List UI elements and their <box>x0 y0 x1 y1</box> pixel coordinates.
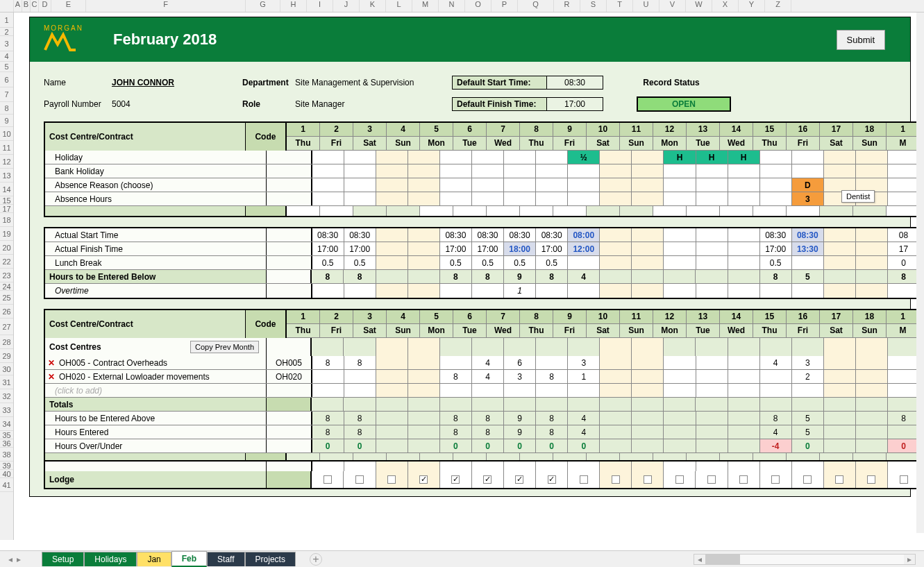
time-cell[interactable] <box>760 284 792 298</box>
lodge-checkbox[interactable] <box>483 475 492 484</box>
time-cell[interactable] <box>856 228 888 242</box>
time-cell[interactable] <box>536 284 568 298</box>
day-cell[interactable] <box>888 151 916 164</box>
time-cell[interactable] <box>856 242 888 255</box>
row-header[interactable]: 4 <box>0 51 13 62</box>
time-cell[interactable] <box>600 228 632 242</box>
scroll-right-icon[interactable]: ▸ <box>904 555 915 564</box>
day-cell[interactable] <box>553 206 587 216</box>
row-header[interactable]: 12 <box>0 155 13 169</box>
day-cell[interactable]: Sat <box>587 324 620 337</box>
day-cell[interactable] <box>536 164 568 178</box>
time-cell[interactable] <box>664 284 696 298</box>
day-cell[interactable] <box>376 192 408 205</box>
lodge-checkbox[interactable] <box>419 475 428 484</box>
row-header[interactable]: 14 <box>0 183 13 196</box>
day-cell[interactable] <box>760 151 792 164</box>
day-cell[interactable]: Tue <box>687 324 720 337</box>
time-cell[interactable] <box>728 284 760 298</box>
cost-cell[interactable] <box>696 356 728 369</box>
time-cell[interactable]: 08:30 <box>312 228 344 242</box>
day-cell[interactable] <box>600 151 632 164</box>
sheet-tab-holidays[interactable]: Holidays <box>84 552 137 566</box>
time-cell[interactable] <box>696 270 728 283</box>
col-header[interactable]: H <box>280 0 307 12</box>
day-cell[interactable]: Sat <box>587 137 620 150</box>
day-cell[interactable]: 1 <box>287 310 320 323</box>
day-cell[interactable]: 5 <box>420 123 453 136</box>
time-cell[interactable]: 12:00 <box>568 242 600 255</box>
sheet-tab-feb[interactable]: Feb <box>171 551 207 567</box>
day-cell[interactable] <box>888 164 916 178</box>
time-cell[interactable] <box>376 228 408 242</box>
row-header[interactable]: 17 <box>0 205 13 213</box>
lodge-checkbox[interactable] <box>451 475 460 484</box>
time-cell[interactable] <box>664 242 696 255</box>
day-cell[interactable] <box>376 178 408 192</box>
day-cell[interactable]: 3 <box>353 123 387 136</box>
day-cell[interactable]: Fri <box>787 324 820 337</box>
day-cell[interactable]: 4 <box>387 310 420 323</box>
day-cell[interactable]: 16 <box>787 310 820 323</box>
row-header[interactable]: 3 <box>0 36 13 51</box>
row-header[interactable]: 34 <box>0 417 13 431</box>
day-cell[interactable] <box>632 178 664 192</box>
day-cell[interactable] <box>696 178 728 192</box>
col-header[interactable]: V <box>660 0 686 12</box>
submit-button[interactable]: Submit <box>837 30 885 50</box>
day-cell[interactable]: 3 <box>792 192 824 205</box>
day-cell[interactable]: Fri <box>553 137 587 150</box>
day-cell[interactable]: 17 <box>820 310 853 323</box>
day-cell[interactable]: Wed <box>487 324 520 337</box>
lodge-checkbox-cell[interactable] <box>344 471 376 488</box>
time-cell[interactable] <box>632 256 664 269</box>
scroll-left-icon[interactable]: ◂ <box>694 555 705 564</box>
day-cell[interactable] <box>504 151 536 164</box>
day-cell[interactable]: Thu <box>520 324 553 337</box>
time-cell[interactable]: 0.5 <box>344 256 376 269</box>
col-header[interactable]: X <box>712 0 739 12</box>
time-cell[interactable] <box>376 256 408 269</box>
day-cell[interactable] <box>620 206 653 216</box>
day-cell[interactable]: Sun <box>387 137 420 150</box>
day-cell[interactable]: Fri <box>320 324 353 337</box>
day-cell[interactable]: 1 <box>887 123 916 136</box>
time-cell[interactable]: 0.5 <box>312 256 344 269</box>
copy-prev-month-button[interactable]: Copy Prev Month <box>190 341 259 353</box>
row-header[interactable]: 20 <box>0 241 13 255</box>
row-header[interactable]: 41 <box>0 478 13 492</box>
day-cell[interactable] <box>720 206 753 216</box>
cost-cell[interactable] <box>888 356 916 369</box>
delete-row-icon[interactable]: ✕ <box>48 372 55 382</box>
cost-cell[interactable] <box>696 370 728 383</box>
time-cell[interactable] <box>728 270 760 283</box>
col-header[interactable]: T <box>607 0 633 12</box>
cost-cell[interactable] <box>440 356 472 369</box>
scroll-thumb[interactable] <box>705 555 740 564</box>
day-cell[interactable]: 12 <box>653 310 687 323</box>
day-cell[interactable] <box>792 151 824 164</box>
col-header[interactable]: A <box>14 0 22 12</box>
day-cell[interactable] <box>408 192 440 205</box>
day-cell[interactable]: Tue <box>453 137 487 150</box>
day-cell[interactable] <box>587 206 620 216</box>
day-cell[interactable]: 2 <box>320 123 353 136</box>
row-header[interactable]: 11 <box>0 141 13 155</box>
row-header[interactable]: 2 <box>0 28 13 36</box>
day-cell[interactable] <box>472 164 504 178</box>
day-cell[interactable]: 13 <box>687 310 720 323</box>
col-header[interactable]: E <box>51 0 86 12</box>
time-cell[interactable]: 18:00 <box>504 242 536 255</box>
cost-cell[interactable]: 3 <box>792 356 824 369</box>
day-cell[interactable]: 8 <box>520 123 553 136</box>
time-cell[interactable]: 08:30 <box>536 228 568 242</box>
time-cell[interactable] <box>696 228 728 242</box>
time-cell[interactable] <box>600 284 632 298</box>
cost-cell[interactable] <box>664 356 696 369</box>
time-cell[interactable] <box>696 284 728 298</box>
time-cell[interactable] <box>568 284 600 298</box>
day-cell[interactable] <box>504 192 536 205</box>
time-cell[interactable] <box>792 284 824 298</box>
cost-row-label[interactable]: ✕OH020 - External Lowloader movements <box>45 370 267 383</box>
day-cell[interactable] <box>792 164 824 178</box>
